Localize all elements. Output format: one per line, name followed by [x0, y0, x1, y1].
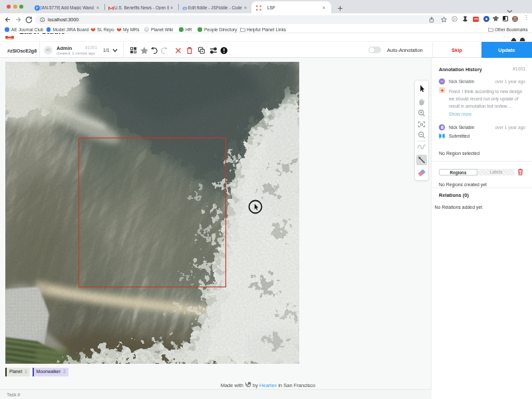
svg-text:P: P — [36, 5, 39, 9]
svg-text:p: p — [146, 28, 148, 31]
svg-text:p: p — [454, 17, 456, 21]
